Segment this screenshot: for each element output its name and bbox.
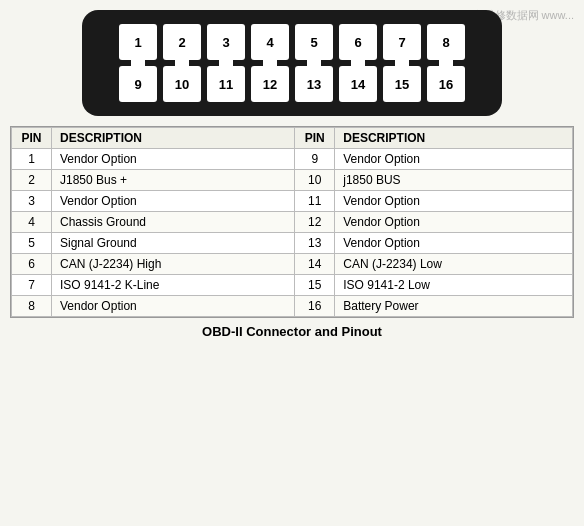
table-row: 1Vendor Option9Vendor Option — [12, 149, 573, 170]
pin-1: 1 — [119, 24, 157, 60]
column-header: PIN — [12, 128, 52, 149]
top-pin-row: 12345678 — [100, 24, 484, 60]
bottom-pin-row: 910111213141516 — [100, 66, 484, 102]
pin-number: 14 — [295, 254, 335, 275]
pin-number: 9 — [295, 149, 335, 170]
pin-11: 11 — [207, 66, 245, 102]
pin-8: 8 — [427, 24, 465, 60]
column-header: PIN — [295, 128, 335, 149]
table-row: 2J1850 Bus +10j1850 BUS — [12, 170, 573, 191]
connector-diagram: 12345678 910111213141516 — [10, 10, 574, 116]
pin-7: 7 — [383, 24, 421, 60]
table-row: 8Vendor Option16Battery Power — [12, 296, 573, 317]
pin-description: ISO 9141-2 Low — [335, 275, 573, 296]
pin-15: 15 — [383, 66, 421, 102]
pin-number: 7 — [12, 275, 52, 296]
pin-number: 8 — [12, 296, 52, 317]
pin-number: 15 — [295, 275, 335, 296]
pin-description: Battery Power — [335, 296, 573, 317]
pin-description: CAN (J-2234) High — [52, 254, 295, 275]
obd-connector: 12345678 910111213141516 — [82, 10, 502, 116]
column-header: DESCRIPTION — [52, 128, 295, 149]
pin-description: CAN (J-2234) Low — [335, 254, 573, 275]
pin-description: J1850 Bus + — [52, 170, 295, 191]
pin-description: Vendor Option — [335, 149, 573, 170]
pin-description: Vendor Option — [52, 296, 295, 317]
table-row: 3Vendor Option11Vendor Option — [12, 191, 573, 212]
table-row: 6CAN (J-2234) High14CAN (J-2234) Low — [12, 254, 573, 275]
pin-5: 5 — [295, 24, 333, 60]
pin-9: 9 — [119, 66, 157, 102]
pin-number: 2 — [12, 170, 52, 191]
pin-number: 1 — [12, 149, 52, 170]
pin-number: 13 — [295, 233, 335, 254]
pin-14: 14 — [339, 66, 377, 102]
pin-6: 6 — [339, 24, 377, 60]
pin-3: 3 — [207, 24, 245, 60]
pin-description: Vendor Option — [335, 212, 573, 233]
diagram-caption: OBD-II Connector and Pinout — [202, 324, 382, 339]
column-header: DESCRIPTION — [335, 128, 573, 149]
pin-number: 4 — [12, 212, 52, 233]
pin-number: 16 — [295, 296, 335, 317]
pin-description: Vendor Option — [335, 191, 573, 212]
pin-16: 16 — [427, 66, 465, 102]
pin-description: ISO 9141-2 K-Line — [52, 275, 295, 296]
pin-10: 10 — [163, 66, 201, 102]
pin-2: 2 — [163, 24, 201, 60]
pin-description: j1850 BUS — [335, 170, 573, 191]
pin-description: Chassis Ground — [52, 212, 295, 233]
pinout-table: PINDESCRIPTIONPINDESCRIPTION 1Vendor Opt… — [11, 127, 573, 317]
pin-number: 6 — [12, 254, 52, 275]
pin-4: 4 — [251, 24, 289, 60]
pin-13: 13 — [295, 66, 333, 102]
pin-description: Vendor Option — [335, 233, 573, 254]
pin-number: 3 — [12, 191, 52, 212]
table-row: 4Chassis Ground12Vendor Option — [12, 212, 573, 233]
pin-description: Signal Ground — [52, 233, 295, 254]
table-row: 7ISO 9141-2 K-Line15ISO 9141-2 Low — [12, 275, 573, 296]
pin-number: 10 — [295, 170, 335, 191]
pin-12: 12 — [251, 66, 289, 102]
pinout-table-wrapper: PINDESCRIPTIONPINDESCRIPTION 1Vendor Opt… — [10, 126, 574, 318]
pin-description: Vendor Option — [52, 149, 295, 170]
pin-description: Vendor Option — [52, 191, 295, 212]
table-row: 5Signal Ground13Vendor Option — [12, 233, 573, 254]
pin-number: 12 — [295, 212, 335, 233]
pin-number: 11 — [295, 191, 335, 212]
pin-number: 5 — [12, 233, 52, 254]
